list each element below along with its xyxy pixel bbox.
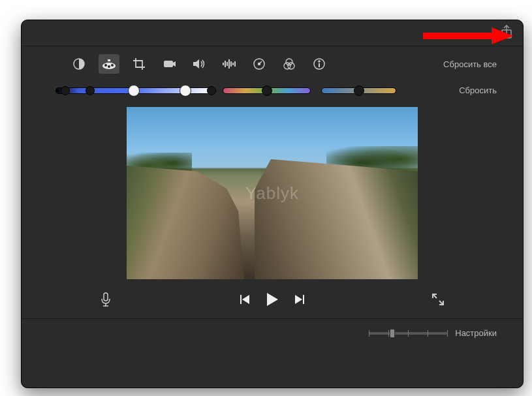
play-button[interactable] <box>264 291 281 311</box>
color-sliders: Сбросить <box>22 79 523 102</box>
svg-rect-10 <box>227 62 228 66</box>
svg-rect-23 <box>240 295 242 304</box>
color-filter-icon[interactable] <box>279 54 300 74</box>
volume-icon[interactable] <box>189 54 210 74</box>
share-button[interactable] <box>501 25 512 42</box>
speed-icon[interactable] <box>249 54 270 74</box>
info-icon[interactable] <box>309 54 330 74</box>
svg-point-3 <box>104 64 107 67</box>
svg-rect-9 <box>225 61 226 67</box>
crop-icon[interactable] <box>129 54 149 74</box>
skip-end-button[interactable] <box>294 294 305 308</box>
timeline-settings: Настройки <box>22 319 523 347</box>
zoom-slider[interactable] <box>369 332 447 335</box>
stabilization-icon[interactable] <box>159 54 180 74</box>
temperature-slider[interactable] <box>321 87 396 94</box>
adjust-toolbar: Сбросить все <box>22 46 523 79</box>
saturation-slider[interactable] <box>223 87 311 94</box>
svg-rect-7 <box>164 61 173 67</box>
reset-all-button[interactable]: Сбросить все <box>443 59 497 69</box>
svg-point-19 <box>288 63 294 69</box>
color-balance-icon[interactable] <box>69 54 89 74</box>
svg-rect-11 <box>228 59 230 69</box>
editor-window: Сбросить все Сбросить Yablyk <box>21 20 524 388</box>
exposure-slider[interactable] <box>55 87 212 94</box>
svg-rect-24 <box>303 295 304 304</box>
svg-point-17 <box>286 59 292 65</box>
svg-rect-6 <box>108 59 110 61</box>
video-preview[interactable]: Yablyk <box>127 107 418 279</box>
watermark-text: Yablyk <box>245 183 299 204</box>
preview-area: Yablyk <box>22 102 523 282</box>
svg-rect-13 <box>232 63 234 65</box>
svg-point-4 <box>108 65 110 68</box>
titlebar <box>22 20 523 46</box>
svg-point-16 <box>258 63 260 65</box>
skip-start-button[interactable] <box>239 294 251 308</box>
svg-rect-12 <box>230 61 232 67</box>
svg-rect-22 <box>104 293 108 301</box>
settings-button[interactable]: Настройки <box>455 328 497 338</box>
svg-point-18 <box>284 63 290 69</box>
voiceover-button[interactable] <box>100 292 112 310</box>
reset-button[interactable]: Сбросить <box>459 85 497 95</box>
svg-point-21 <box>319 61 320 62</box>
color-correction-icon[interactable] <box>99 54 119 74</box>
fullscreen-button[interactable] <box>431 293 445 309</box>
svg-rect-14 <box>234 61 236 67</box>
svg-point-5 <box>111 64 114 67</box>
noise-reduce-icon[interactable] <box>219 54 240 74</box>
svg-rect-8 <box>223 63 224 65</box>
playback-controls <box>22 282 523 318</box>
